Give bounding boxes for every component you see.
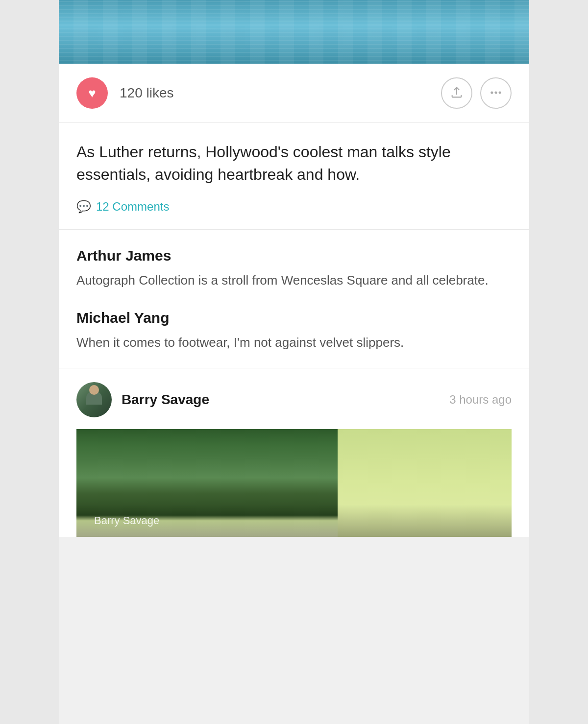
likes-bar: ♥ 120 likes	[59, 64, 529, 123]
post-time: 3 hours ago	[449, 393, 512, 407]
comment-bubble-icon: 💬	[76, 200, 91, 214]
comments-count-label: 12 Comments	[96, 200, 169, 214]
comments-link[interactable]: 💬 12 Comments	[76, 200, 512, 214]
comment-author-arthur: Arthur James	[76, 247, 512, 264]
share-button[interactable]	[441, 77, 472, 109]
post-image: Barry Savage	[76, 429, 512, 537]
more-options-icon	[489, 86, 503, 101]
svg-point-2	[499, 92, 501, 93]
main-card: ♥ 120 likes	[59, 64, 529, 368]
likes-count: 120 likes	[120, 85, 433, 101]
comment-item-michael: Michael Yang When it comes to footwear, …	[76, 310, 512, 352]
more-options-button[interactable]	[480, 77, 512, 109]
post-author-info: Barry Savage	[122, 392, 449, 408]
comment-text-michael: When it comes to footwear, I'm not again…	[76, 333, 512, 352]
post-author-name: Barry Savage	[122, 392, 449, 408]
hero-image	[59, 0, 529, 64]
comments-section: Arthur James Autograph Collection is a s…	[59, 230, 529, 368]
post-header: Barry Savage 3 hours ago	[76, 382, 512, 417]
app-container: ♥ 120 likes	[59, 0, 529, 724]
post-image-overlay: Barry Savage	[76, 505, 512, 537]
avatar	[76, 382, 112, 417]
comment-text-arthur: Autograph Collection is a stroll from We…	[76, 271, 512, 290]
share-icon	[450, 86, 464, 101]
heart-icon: ♥	[88, 87, 96, 99]
svg-point-1	[495, 92, 497, 93]
svg-point-0	[491, 92, 492, 93]
article-content: As Luther returns, Hollywood's coolest m…	[59, 123, 529, 230]
comment-author-michael: Michael Yang	[76, 310, 512, 326]
comment-item-arthur: Arthur James Autograph Collection is a s…	[76, 247, 512, 290]
post-card: Barry Savage 3 hours ago Barry Savage	[59, 368, 529, 537]
post-image-author-label: Barry Savage	[94, 514, 159, 527]
like-button[interactable]: ♥	[76, 77, 108, 109]
article-title: As Luther returns, Hollywood's coolest m…	[76, 141, 512, 186]
